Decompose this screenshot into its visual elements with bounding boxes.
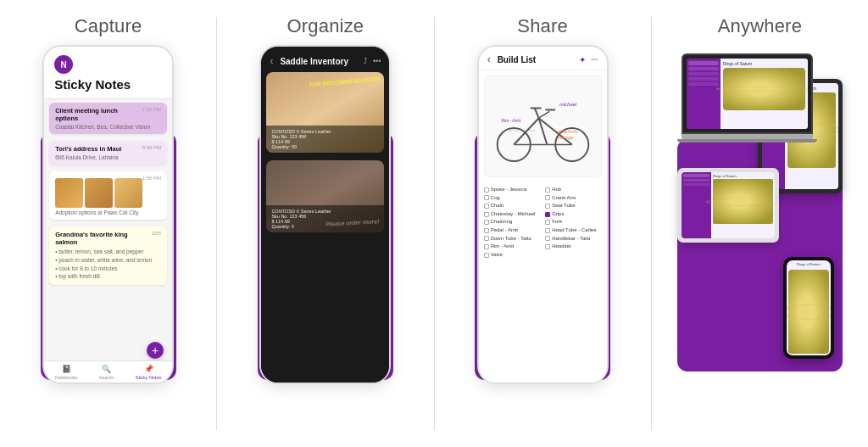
nav-search[interactable]: 🔍 Search bbox=[99, 364, 114, 380]
phone-small-saturn-ring bbox=[787, 305, 831, 319]
checkbox-chain[interactable] bbox=[484, 204, 489, 209]
organize-app: ‹ Saddle Inventory ⤴ ••• TOP RECOMMENDAT… bbox=[261, 47, 389, 383]
devices-wrapper: Rings of Saturn bbox=[677, 49, 843, 372]
capture-section: Capture N Sticky Notes 7:00 PM Client me… bbox=[0, 0, 216, 447]
build-item-pedal: Pedal - Amit bbox=[484, 226, 541, 235]
build-label-valve: Valve bbox=[491, 251, 504, 260]
note-time-2: 5:50 PM bbox=[142, 145, 161, 150]
laptop-content-area: Rings of Saturn bbox=[721, 59, 808, 129]
laptop-screen-frame: Rings of Saturn bbox=[682, 53, 813, 134]
svg-text:Rim - Amit: Rim - Amit bbox=[501, 119, 520, 123]
build-item-chainstay: Chainstay - Michael bbox=[484, 210, 541, 219]
note-item-2[interactable]: 5:50 PM Tori's address in Maui 606 Kalul… bbox=[49, 141, 167, 165]
note-item-4[interactable]: 10/5 Grandma's favorite king salmon • bu… bbox=[49, 226, 167, 285]
checkbox-pedal[interactable] bbox=[484, 228, 489, 233]
nav-notebooks-label: Notebooks bbox=[55, 375, 77, 380]
checkbox-fork[interactable] bbox=[545, 220, 550, 225]
note-title-4: Grandma's favorite king salmon bbox=[55, 231, 161, 246]
checkbox-downtube[interactable] bbox=[484, 236, 489, 241]
note-item-3[interactable]: 1:56 PM Adoption options at Paws Cat Cit… bbox=[49, 171, 167, 220]
nav-search-label: Search bbox=[99, 375, 114, 380]
checkbox-valve[interactable] bbox=[484, 253, 489, 258]
capture-title: Capture bbox=[75, 15, 142, 37]
checkbox-rim[interactable] bbox=[484, 244, 489, 249]
svg-text:michael: michael bbox=[559, 102, 577, 107]
note-images-row bbox=[55, 178, 142, 208]
build-item-seattube: Seat Tube bbox=[545, 202, 602, 210]
search-icon: 🔍 bbox=[101, 364, 111, 374]
laptop-sidebar bbox=[687, 59, 721, 129]
share-app-title: Build List bbox=[498, 55, 573, 64]
notebooks-icon: 📓 bbox=[61, 364, 71, 374]
build-item-chainring: Chainring bbox=[484, 218, 541, 226]
share-actions: ✦ ••• bbox=[579, 55, 598, 64]
build-item-chain: Chain bbox=[484, 202, 541, 210]
share-app: ‹ Build List ✦ ••• bbox=[479, 47, 607, 383]
checkbox-chainring[interactable] bbox=[484, 220, 489, 225]
laptop-sidebar-items bbox=[687, 59, 721, 88]
note-subtitle-2: 606 Kalula Drive, Lahaina bbox=[55, 154, 161, 160]
phone-small-saturn bbox=[788, 270, 829, 354]
saturn-ring bbox=[716, 87, 808, 92]
build-label-fork: Fork bbox=[552, 218, 562, 226]
checkbox-chainstay[interactable] bbox=[484, 212, 489, 217]
checkbox-cog[interactable] bbox=[484, 195, 489, 200]
org-header: ‹ Saddle Inventory ⤴ ••• bbox=[261, 47, 389, 72]
build-col-2: Hub Crank Arm Seat Tube bbox=[545, 186, 602, 259]
app-icon: N bbox=[54, 55, 73, 74]
org-back-icon[interactable]: ‹ bbox=[270, 55, 273, 67]
build-item-headtube: Head Tube - Carlee bbox=[545, 226, 602, 235]
share-action-star[interactable]: ✦ bbox=[579, 55, 586, 64]
build-label-seattube: Seat Tube bbox=[552, 202, 575, 210]
saddle-image-bottom: Please order more! CONTOSO X Series Leat… bbox=[266, 160, 384, 232]
anywhere-section: Anywhere bbox=[652, 0, 868, 447]
more-icon[interactable]: ••• bbox=[373, 57, 381, 65]
svg-text:storage: storage bbox=[558, 135, 573, 140]
app-header: N Sticky Notes bbox=[44, 47, 172, 99]
checkbox-hub[interactable] bbox=[545, 187, 550, 193]
build-item-fork: Fork bbox=[545, 218, 602, 226]
nav-stickynotes-label: Sticky Notes bbox=[136, 375, 162, 380]
note-subtitle-1: Coastal Kitchen, Bea, Collective Vision bbox=[55, 124, 161, 130]
nav-notebooks[interactable]: 📓 Notebooks bbox=[55, 364, 77, 380]
checkbox-handlebar[interactable] bbox=[545, 236, 550, 241]
build-label-cog: Cog bbox=[491, 194, 500, 203]
tablet-small-device: Rings of Saturn bbox=[677, 168, 779, 243]
build-label-headset: Headset bbox=[552, 243, 570, 251]
fab-button[interactable]: + bbox=[147, 342, 164, 359]
build-label-pedal: Pedal - Amit bbox=[491, 226, 518, 235]
checkbox-headset[interactable] bbox=[545, 244, 550, 249]
checkbox-seattube[interactable] bbox=[545, 204, 550, 209]
checkbox-grips[interactable] bbox=[545, 212, 550, 217]
app-icon-letter: N bbox=[61, 60, 67, 70]
note-item-1[interactable]: 7:00 PM Client meeting lunch options Coa… bbox=[49, 103, 167, 134]
svg-line-7 bbox=[534, 108, 538, 118]
share-icon[interactable]: ⤴ bbox=[364, 57, 368, 65]
bottom-nav: 📓 Notebooks 🔍 Search 📌 Sticky Notes bbox=[44, 360, 172, 383]
checkbox-spoke[interactable] bbox=[484, 187, 489, 193]
build-col-1: Spoke - Jessica Cog Chain bbox=[484, 186, 541, 259]
nav-sticky-notes[interactable]: 📌 Sticky Notes bbox=[136, 364, 162, 380]
sticky-notes-app: N Sticky Notes 7:00 PM Client meeting lu… bbox=[44, 47, 172, 383]
share-action-more[interactable]: ••• bbox=[591, 55, 598, 64]
tablet-small-saturn-ring bbox=[706, 198, 775, 206]
laptop-screen-content: Rings of Saturn bbox=[687, 59, 808, 129]
share-title: Share bbox=[517, 15, 568, 37]
build-item-grips: Grips bbox=[545, 210, 602, 219]
laptop-device: Rings of Saturn bbox=[682, 53, 817, 142]
note-time-3: 1:56 PM bbox=[142, 176, 161, 181]
capture-phone-area: N Sticky Notes 7:00 PM Client meeting lu… bbox=[41, 49, 176, 380]
cat-image-2 bbox=[85, 178, 113, 208]
tablet-small-sidebar bbox=[682, 172, 711, 238]
svg-line-9 bbox=[538, 111, 549, 118]
build-item-spoke: Spoke - Jessica bbox=[484, 186, 541, 194]
share-header: ‹ Build List ✦ ••• bbox=[479, 47, 607, 70]
bike-sketch-area: michael Rim - Amit grab from storage bbox=[484, 75, 602, 177]
saddle-image-top: TOP RECOMMENDATION CONTOSO X Series Leat… bbox=[266, 72, 384, 153]
share-back-icon[interactable]: ‹ bbox=[487, 53, 491, 65]
saddle-overlay-2: CONTOSO X Series Leather Sku No. 123 456… bbox=[266, 205, 384, 232]
checkbox-headtube[interactable] bbox=[545, 228, 550, 233]
cat-image-3 bbox=[114, 178, 142, 208]
checkbox-crankarm[interactable] bbox=[545, 195, 550, 200]
organize-section: Organize ‹ Saddle Inventory ⤴ ••• T bbox=[217, 0, 433, 447]
